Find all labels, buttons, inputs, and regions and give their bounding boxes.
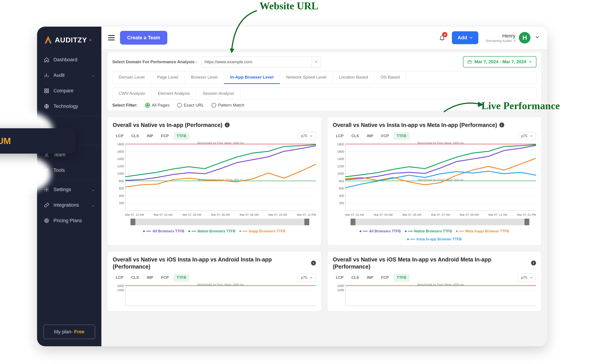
metric-chip-lcp[interactable]: LCP [333,274,346,282]
info-icon[interactable]: i [531,261,536,266]
sidebar-item-technology[interactable]: Technology [37,98,101,114]
annotation-live-perf: Live Performance [481,100,560,112]
y-tick: 600 [334,187,344,190]
metric-chip-ttfb[interactable]: TTFB [174,132,189,140]
sidebar-item-rum[interactable]: RUM [0,128,75,154]
create-team-button[interactable]: Create a Team [120,31,167,44]
scroll-handle-right[interactable] [524,219,529,225]
topbar: Create a Team 3 Add Henry Remaining Audi… [101,27,547,49]
chevron-down-icon [310,135,313,137]
sidebar-item-pricing-plans[interactable]: Pricing Plans [37,213,101,228]
main: Create a Team 3 Add Henry Remaining Audi… [101,27,547,346]
metric-chip-cls[interactable]: CLS [128,132,142,140]
metric-chip-inp[interactable]: INP [144,132,156,140]
metric-chip-inp[interactable]: INP [364,132,376,140]
radio-pattern-match[interactable]: Pattern Match [211,103,244,108]
percentile-select[interactable]: p75 [298,132,316,140]
metric-chip-lcp[interactable]: LCP [333,132,346,140]
tab-session-analysis[interactable]: Session Analysis [196,88,241,99]
metric-chip-fcp[interactable]: FCP [378,274,392,282]
scroll-handle-left[interactable] [351,219,355,225]
percentile-select[interactable]: p75 [298,274,316,282]
metric-chip-ttfb[interactable]: TTFB [394,274,409,282]
chart-scrollbar[interactable] [131,219,309,225]
metric-chip-ttfb[interactable]: TTFB [394,132,409,140]
tab-domain-level[interactable]: Domain Level [113,71,151,84]
x-ticks: Mar 07, 12 AMMar 07, 02 AMMar 07, 04 AMM… [125,213,316,216]
metric-chip-inp[interactable]: INP [144,274,156,282]
metric-chip-cls[interactable]: CLS [128,274,142,282]
tab-network-speed-level[interactable]: Network Speed Level [280,71,333,84]
notifications-button[interactable]: 3 [438,33,447,42]
sidebar-item-integrations[interactable]: Integrations⌄ [37,197,101,213]
chevron-down-icon [310,276,313,279]
gear-icon [44,187,50,192]
sidebar-item-compare[interactable]: Compare [37,83,101,98]
legend-item[interactable]: Native Browsers TTFB [188,229,236,233]
info-icon[interactable]: i [311,261,316,266]
metric-chip-inp[interactable]: INP [364,274,376,282]
scroll-handle-right[interactable] [304,219,309,225]
sidebar: AUDITZY © DashboardAudit⌄CompareTechnolo… [37,27,101,346]
date-range-text: Mar 7, 2024 - Mar 7, 2024 [475,59,526,64]
percentile-select[interactable]: p75 [518,132,536,140]
menu-toggle-icon[interactable] [108,35,115,40]
metric-chip-ttfb[interactable]: TTFB [174,274,189,282]
chart-legend: All Browsers TTFBNative Browsers TTFBMet… [333,229,536,241]
avatar[interactable]: H [519,32,530,44]
metric-chip-lcp[interactable]: LCP [113,274,126,282]
radio-label: Exact URL [184,103,204,108]
annotation-arrow-url [228,9,261,53]
info-icon[interactable]: i [499,123,504,127]
plan-box[interactable]: My plan- Free [43,325,95,339]
user-menu-chevron[interactable] [534,34,541,42]
sidebar-item-label: Integrations [53,202,79,208]
add-button[interactable]: Add [452,31,478,44]
select-filter-label: Select Filter: [112,103,138,108]
tab-element-analysis[interactable]: Element Analysis [151,88,196,99]
sidebar-item-audit[interactable]: Audit⌄ [37,67,101,83]
user-block: Henry Remaining Audits: 3 H [484,32,541,44]
y-tick: 1400 [334,288,344,292]
metric-chip-fcp[interactable]: FCP [158,274,172,282]
metric-chip-cls[interactable]: CLS [348,274,362,282]
metric-chip-cls[interactable]: CLS [348,132,362,140]
tab-in-app-browser-level[interactable]: In-App Browser Level [224,71,280,84]
percentile-select[interactable]: p75 [518,274,536,282]
domain-select[interactable]: https://www.example.com [201,57,321,67]
legend-item[interactable]: Inapp Browsers TTFB [239,229,285,233]
y-tick: 800 [334,179,344,183]
y-tick: 400 [334,194,344,197]
legend-swatch [407,238,409,240]
tab-os-based[interactable]: OS Based [374,71,406,84]
sidebar-item-dashboard[interactable]: Dashboard [37,52,101,67]
legend-swatch [459,231,464,231]
date-range-button[interactable]: Mar 7, 2024 - Mar 7, 2024 [463,56,537,67]
scroll-handle-left[interactable] [131,219,135,225]
legend-item[interactable]: All Browsers TTFB [360,229,401,233]
tab-page-level[interactable]: Page Level [151,71,185,84]
tab-cwv-analysis[interactable]: CWV Analysis [113,88,151,99]
chart-scrollbar[interactable] [351,219,529,225]
metric-chip-fcp[interactable]: FCP [158,132,172,140]
info-icon[interactable]: i [225,123,230,127]
metric-chip-fcp[interactable]: FCP [378,132,392,140]
radio-all-pages[interactable]: All Pages [145,103,169,108]
legend-item[interactable]: Meta Inapp Browser TTFB [456,229,509,233]
legend-item[interactable]: Native Browsers TTFB [405,229,452,233]
y-tick: 200 [114,201,124,205]
chart-area: 20040060080010001200140016001800Benchmar… [125,144,316,211]
chevron-down-icon: ⌄ [91,203,95,207]
y-tick: 1000 [114,172,124,175]
radio-exact-url[interactable]: Exact URL [177,103,204,108]
card-title: Overall vs Native vs iOS Insta In-app vs… [113,256,316,270]
metric-chip-lcp[interactable]: LCP [113,132,126,140]
legend-item[interactable]: All Browsers TTFB [143,229,184,233]
tab-location-based[interactable]: Location Based [333,71,374,84]
target-icon [44,218,50,223]
legend-item[interactable]: Insta In-app Browser TTFB [407,237,462,241]
chart-card: Overall vs Native vs iOS Insta In-app vs… [107,251,321,311]
chart-legend: All Browsers TTFBNative Browsers TTFBIna… [113,229,316,233]
sidebar-item-label: Tools [53,167,65,173]
tab-browser-level[interactable]: Browser Level [185,71,224,84]
